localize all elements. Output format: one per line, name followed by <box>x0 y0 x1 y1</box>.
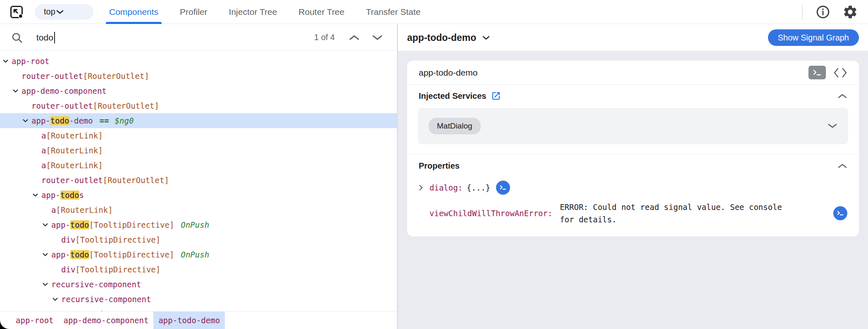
property-value: {...} <box>467 183 490 192</box>
log-component-to-console-button[interactable] <box>808 66 826 79</box>
expand-toggle-icon[interactable] <box>22 113 31 128</box>
tree-node-text: todo <box>70 220 89 229</box>
property-key: dialog: <box>429 183 463 192</box>
service-chip-list: MatDialog <box>429 118 481 134</box>
expand-toggle-icon[interactable] <box>2 54 11 69</box>
collapse-injected-services-button[interactable] <box>837 93 847 99</box>
tree-node-text: s <box>79 191 84 200</box>
log-property-to-console-button[interactable] <box>833 206 847 220</box>
expand-toggle-icon[interactable] <box>52 292 60 307</box>
expand-toggle-icon[interactable] <box>42 217 50 232</box>
previous-match-button[interactable] <box>347 31 361 45</box>
property-value: ERROR: Could not read signal value. See … <box>560 201 793 226</box>
open-injector-tree-button[interactable] <box>491 91 501 101</box>
tree-node-text: todo <box>50 116 69 125</box>
panel-resize-handle[interactable] <box>397 24 398 329</box>
tree-node-text: OnPush <box>181 250 209 259</box>
tree-node[interactable]: app-todo[TooltipDirective]OnPush <box>0 247 397 262</box>
top-bar-actions <box>802 3 868 21</box>
tree-node-text: -demo <box>69 116 93 125</box>
details-header: app-todo-demo Show Signal Graph <box>398 24 868 51</box>
chevron-down-icon <box>55 9 64 15</box>
tab-components[interactable]: Components <box>109 0 158 24</box>
terminal-icon <box>812 69 823 77</box>
divider <box>802 4 803 20</box>
service-chip[interactable]: MatDialog <box>429 118 481 134</box>
tree-node-text: div <box>61 265 75 274</box>
tree-node-text: [RouterOutlet] <box>103 176 169 185</box>
tree-node[interactable]: a[RouterLink] <box>0 143 397 158</box>
tree-node[interactable]: div[TooltipDirective] <box>0 232 397 247</box>
tree-node-text: todo <box>70 250 89 259</box>
tree-node-text: recursive-component <box>51 280 141 289</box>
settings-button[interactable] <box>842 3 859 21</box>
tree-node[interactable]: app-todo-demo==$ng0 <box>0 113 397 128</box>
injected-services-section: Injected Services <box>407 85 859 107</box>
tree-node[interactable]: router-outlet[RouterOutlet] <box>0 173 397 188</box>
tree-node-text: [RouterOutlet] <box>93 101 159 110</box>
tab-injector-tree[interactable]: Injector Tree <box>229 0 277 24</box>
expand-toggle-icon[interactable] <box>42 277 50 292</box>
expand-services-button[interactable] <box>827 123 837 129</box>
tree-node[interactable]: a[RouterLink] <box>0 128 397 143</box>
tree-node-text: app- <box>51 220 70 229</box>
tree-node-text: $ng0 <box>115 116 134 125</box>
frame-selector[interactable]: top <box>35 4 93 20</box>
tab-router-tree[interactable]: Router Tree <box>298 0 344 24</box>
tree-node-text: app- <box>51 250 70 259</box>
breadcrumb-item[interactable]: app-todo-demo <box>153 312 225 329</box>
next-match-button[interactable] <box>370 31 384 45</box>
component-search[interactable]: todo 1 of 4 <box>0 24 397 51</box>
tree-node-text: == <box>100 116 109 125</box>
property-row: dialog:{...} <box>419 178 847 198</box>
tree-node-text: router-outlet <box>21 72 83 81</box>
tree-node[interactable]: a[RouterLink] <box>0 158 397 173</box>
expand-toggle-icon[interactable] <box>42 247 50 262</box>
tree-node-text: [RouterLink] <box>56 205 112 215</box>
tree-node[interactable]: app-demo-component <box>0 83 397 98</box>
external-link-icon <box>491 91 501 101</box>
tree-node[interactable]: app-root <box>0 54 397 69</box>
inspect-icon <box>9 5 24 19</box>
selected-component-title: app-todo-demo <box>407 32 476 43</box>
tree-node[interactable]: div[TooltipDirective] <box>0 262 397 277</box>
injected-services-box: MatDialog <box>418 108 848 144</box>
properties-label: Properties <box>419 161 460 171</box>
tab-bar: ComponentsProfilerInjector TreeRouter Tr… <box>109 0 421 24</box>
expand-property-button[interactable] <box>419 184 429 191</box>
tree-node[interactable]: recursive-component <box>0 292 397 307</box>
view-source-button[interactable] <box>833 67 847 78</box>
search-input[interactable]: todo <box>36 33 53 43</box>
frame-selector-value: top <box>44 7 55 17</box>
show-signal-graph-button[interactable]: Show Signal Graph <box>768 29 859 46</box>
tree-node[interactable]: recursive-component <box>0 277 397 292</box>
terminal-icon <box>499 184 507 191</box>
details-body: app-todo-demo <box>398 51 868 329</box>
tree-node[interactable]: a[RouterLink] <box>0 203 397 217</box>
tree-node-text: a <box>41 161 46 170</box>
collapse-properties-button[interactable] <box>837 163 847 169</box>
tree-node[interactable]: app-todos <box>0 188 397 203</box>
tab-transfer-state[interactable]: Transfer State <box>366 0 420 24</box>
tree-node[interactable]: router-outlet[RouterOutlet] <box>0 98 397 113</box>
property-key: viewChildWillThrowAnError: <box>429 209 552 218</box>
inspect-element-button[interactable] <box>7 3 26 21</box>
component-dropdown-button[interactable] <box>482 35 490 41</box>
tree-node[interactable]: app-todo[TooltipDirective]OnPush <box>0 217 397 232</box>
property-row: viewChildWillThrowAnError:ERROR: Could n… <box>419 201 847 226</box>
tree-node-text: [TooltipDirective] <box>75 235 160 244</box>
expand-toggle-icon[interactable] <box>12 83 21 98</box>
info-button[interactable] <box>814 3 832 21</box>
tree-node-text: [RouterLink] <box>46 131 103 140</box>
breadcrumb-item[interactable]: app-demo-component <box>59 312 154 329</box>
expand-toggle-icon[interactable] <box>32 188 41 203</box>
tab-profiler[interactable]: Profiler <box>180 0 207 24</box>
text-caret <box>54 32 55 43</box>
breadcrumb-item[interactable]: app-root <box>11 312 59 329</box>
properties-list: dialog:{...}viewChildWillThrowAnError:ER… <box>407 177 859 236</box>
left-panel: todo 1 of 4 app-rootrouter-outlet[Router… <box>0 24 397 329</box>
tree-node-text: a <box>51 205 56 215</box>
details-panel: app-todo-demo Show Signal Graph app-todo… <box>398 24 868 329</box>
log-property-to-console-button[interactable] <box>496 181 510 195</box>
tree-node[interactable]: router-outlet[RouterOutlet] <box>0 69 397 83</box>
